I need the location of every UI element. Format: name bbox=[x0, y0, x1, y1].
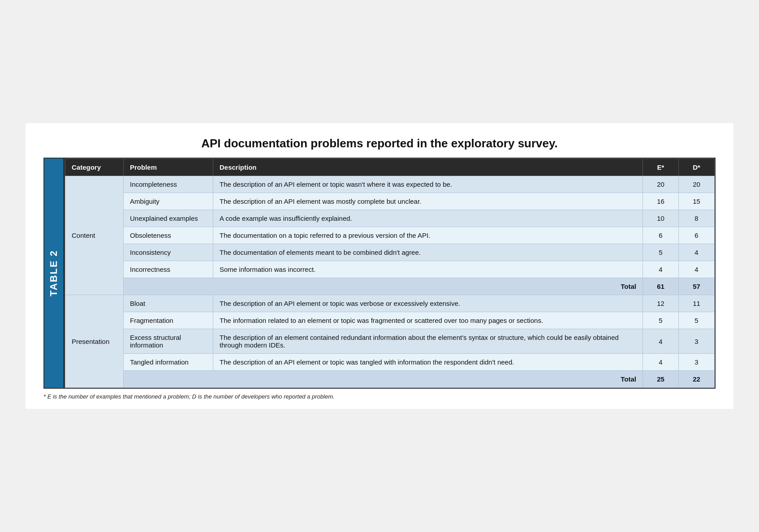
table-row: Excess structural informationThe descrip… bbox=[65, 329, 715, 354]
header-problem: Problem bbox=[124, 159, 213, 176]
table-row: FragmentationThe information related to … bbox=[65, 312, 715, 329]
e-cell: 20 bbox=[643, 176, 679, 193]
d-cell: 4 bbox=[679, 244, 715, 261]
table-wrapper: TABLE 2 Category Problem Description E* … bbox=[43, 158, 716, 389]
table-row: Unexplained examplesA code example was i… bbox=[65, 210, 715, 227]
e-cell: 12 bbox=[643, 295, 679, 312]
d-cell: 20 bbox=[679, 176, 715, 193]
e-cell: 5 bbox=[643, 244, 679, 261]
d-cell: 5 bbox=[679, 312, 715, 329]
table-row: ContentIncompletenessThe description of … bbox=[65, 176, 715, 193]
d-cell: 3 bbox=[679, 329, 715, 354]
total-row: Total6157 bbox=[65, 278, 715, 295]
description-cell: The information related to an element or… bbox=[213, 312, 643, 329]
d-cell: 6 bbox=[679, 227, 715, 244]
description-cell: The description of an API element or top… bbox=[213, 176, 643, 193]
total-d-cell: 57 bbox=[679, 278, 715, 295]
category-content: Content bbox=[65, 176, 124, 295]
description-cell: The description of an API element was mo… bbox=[213, 193, 643, 210]
category-presentation: Presentation bbox=[65, 295, 124, 388]
total-label-cell: Total bbox=[124, 371, 643, 388]
problem-cell: Ambiguity bbox=[124, 193, 213, 210]
description-cell: Some information was incorrect. bbox=[213, 261, 643, 278]
e-cell: 4 bbox=[643, 354, 679, 371]
problem-cell: Obsoleteness bbox=[124, 227, 213, 244]
header-d: D* bbox=[679, 159, 715, 176]
total-label-cell: Total bbox=[124, 278, 643, 295]
table-header-row: Category Problem Description E* D* bbox=[65, 159, 715, 176]
footnote: * E is the number of examples that menti… bbox=[43, 393, 716, 400]
d-cell: 3 bbox=[679, 354, 715, 371]
total-d-cell: 22 bbox=[679, 371, 715, 388]
problem-cell: Inconsistency bbox=[124, 244, 213, 261]
problem-cell: Tangled information bbox=[124, 354, 213, 371]
header-e: E* bbox=[643, 159, 679, 176]
page-container: API documentation problems reported in t… bbox=[26, 123, 733, 409]
e-cell: 16 bbox=[643, 193, 679, 210]
description-cell: The description of an API element or top… bbox=[213, 354, 643, 371]
e-cell: 10 bbox=[643, 210, 679, 227]
e-cell: 4 bbox=[643, 261, 679, 278]
description-cell: The description of an element contained … bbox=[213, 329, 643, 354]
d-cell: 4 bbox=[679, 261, 715, 278]
d-cell: 11 bbox=[679, 295, 715, 312]
header-category: Category bbox=[65, 159, 124, 176]
total-e-cell: 25 bbox=[643, 371, 679, 388]
table-row: PresentationBloatThe description of an A… bbox=[65, 295, 715, 312]
table-row: AmbiguityThe description of an API eleme… bbox=[65, 193, 715, 210]
table-row: Tangled informationThe description of an… bbox=[65, 354, 715, 371]
problem-cell: Bloat bbox=[124, 295, 213, 312]
problem-cell: Incorrectness bbox=[124, 261, 213, 278]
problem-cell: Excess structural information bbox=[124, 329, 213, 354]
table-row: IncorrectnessSome information was incorr… bbox=[65, 261, 715, 278]
problem-cell: Unexplained examples bbox=[124, 210, 213, 227]
d-cell: 8 bbox=[679, 210, 715, 227]
e-cell: 6 bbox=[643, 227, 679, 244]
main-table: Category Problem Description E* D* Conte… bbox=[65, 159, 715, 388]
description-cell: The documentation of elements meant to b… bbox=[213, 244, 643, 261]
problem-cell: Incompleteness bbox=[124, 176, 213, 193]
page-title: API documentation problems reported in t… bbox=[43, 137, 716, 150]
table-label: TABLE 2 bbox=[43, 158, 64, 389]
e-cell: 5 bbox=[643, 312, 679, 329]
total-row: Total2522 bbox=[65, 371, 715, 388]
description-cell: The documentation on a topic referred to… bbox=[213, 227, 643, 244]
d-cell: 15 bbox=[679, 193, 715, 210]
total-e-cell: 61 bbox=[643, 278, 679, 295]
description-cell: A code example was insufficiently explai… bbox=[213, 210, 643, 227]
table-row: InconsistencyThe documentation of elemen… bbox=[65, 244, 715, 261]
header-description: Description bbox=[213, 159, 643, 176]
e-cell: 4 bbox=[643, 329, 679, 354]
description-cell: The description of an API element or top… bbox=[213, 295, 643, 312]
problem-cell: Fragmentation bbox=[124, 312, 213, 329]
table-row: ObsoletenessThe documentation on a topic… bbox=[65, 227, 715, 244]
